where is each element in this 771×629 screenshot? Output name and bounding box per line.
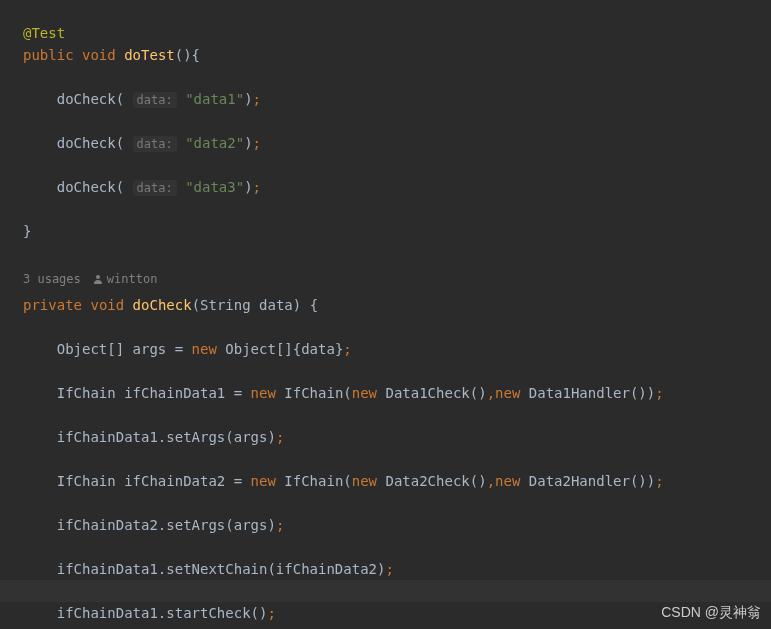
code-line[interactable]: IfChain ifChainData1 = new IfChain(new D… [23,382,771,404]
keyword-new: new [251,385,276,401]
method-name: doCheck [133,297,192,313]
author-info[interactable]: wintton [93,268,158,290]
code-line[interactable]: } [23,220,771,242]
keyword-void: void [82,47,116,63]
param-hint: data: [133,180,177,196]
method-name: doTest [124,47,175,63]
person-icon [93,274,103,284]
usage-hint-line[interactable]: 3 usages wintton [23,264,771,294]
code-line[interactable]: @Test [23,22,771,44]
param-hint: data: [133,92,177,108]
code-line[interactable]: private void doCheck(String data) { [23,294,771,316]
code-line[interactable]: ifChainData1.setNextChain(ifChainData2); [23,558,771,580]
code-line[interactable]: doCheck( data: "data3"); [23,176,771,198]
string-literal: "data1" [185,91,244,107]
code-line[interactable]: doCheck( data: "data1"); [23,88,771,110]
usages-count[interactable]: 3 usages [23,268,81,290]
keyword-new: new [352,473,377,489]
code-line[interactable]: ifChainData2.setArgs(args); [23,514,771,536]
code-line[interactable]: } [23,624,771,629]
string-literal: "data2" [185,135,244,151]
keyword-new: new [495,473,520,489]
code-line[interactable]: ifChainData1.setArgs(args); [23,426,771,448]
keyword-private: private [23,297,82,313]
keyword-new: new [352,385,377,401]
csdn-watermark: CSDN @灵神翁 [661,601,761,623]
keyword-new: new [495,385,520,401]
keyword-new: new [251,473,276,489]
param-hint: data: [133,136,177,152]
keyword-void: void [90,297,124,313]
keyword-new: new [192,341,217,357]
string-literal: "data3" [185,179,244,195]
current-line-highlight [0,580,771,602]
keyword-public: public [23,47,74,63]
code-line[interactable]: ifChainData1.startCheck(); [23,602,771,624]
code-line[interactable]: Object[] args = new Object[]{data}; [23,338,771,360]
code-line[interactable]: IfChain ifChainData2 = new IfChain(new D… [23,470,771,492]
svg-point-0 [96,275,100,279]
annotation-test: @Test [23,25,65,41]
code-line[interactable]: doCheck( data: "data2"); [23,132,771,154]
code-line[interactable]: public void doTest(){ [23,44,771,66]
